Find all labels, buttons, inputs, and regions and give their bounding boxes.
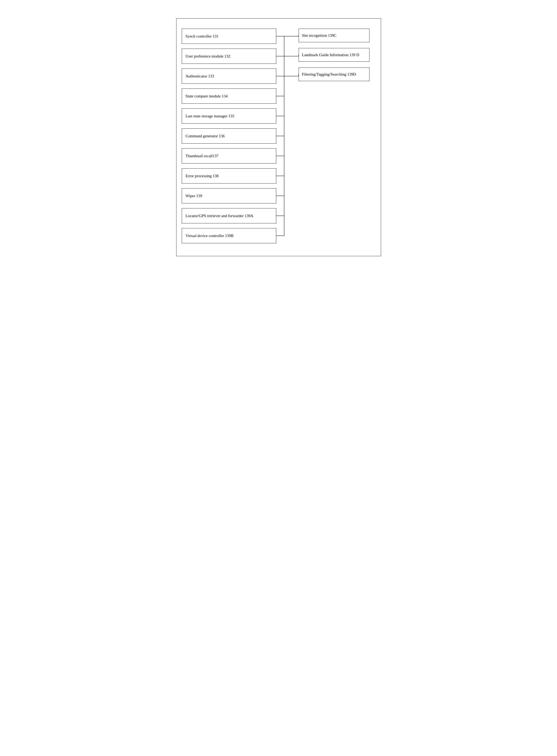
module-user-preference: User preference module 132	[182, 49, 276, 64]
module-state-compare: State compare module 134	[182, 88, 276, 104]
module-wiper: Wiper 139	[182, 188, 276, 204]
diagram-body: Synch controller 131User preference modu…	[182, 29, 376, 248]
module-virtual-device: Virtual device controller 139B	[182, 228, 276, 243]
diagram-container: Synch controller 131User preference modu…	[176, 19, 381, 256]
module-authenticator: Authenticator 133	[182, 68, 276, 84]
right-module-filtering-tagging: Filtering/Tagging/Searching 139D	[299, 67, 370, 81]
module-locator-gps: Locator/GPS retriever and forwarder 139A	[182, 208, 276, 223]
right-module-site-recognition: Site recognition 139C	[299, 29, 370, 42]
module-command-generator: Command generator 136	[182, 128, 276, 144]
left-column: Synch controller 131User preference modu…	[182, 29, 276, 248]
module-thumbnail-recall: Thumbnail recall137	[182, 148, 276, 163]
right-module-landmark-guide: Landmark Guide Information 139 D	[299, 48, 370, 62]
module-synch-controller: Synch controller 131	[182, 29, 276, 44]
module-last-state: Last state storage manager 135	[182, 109, 276, 124]
right-column: Site recognition 139CLandmark Guide Info…	[299, 29, 370, 87]
module-error-processing: Error processing 138	[182, 168, 276, 183]
